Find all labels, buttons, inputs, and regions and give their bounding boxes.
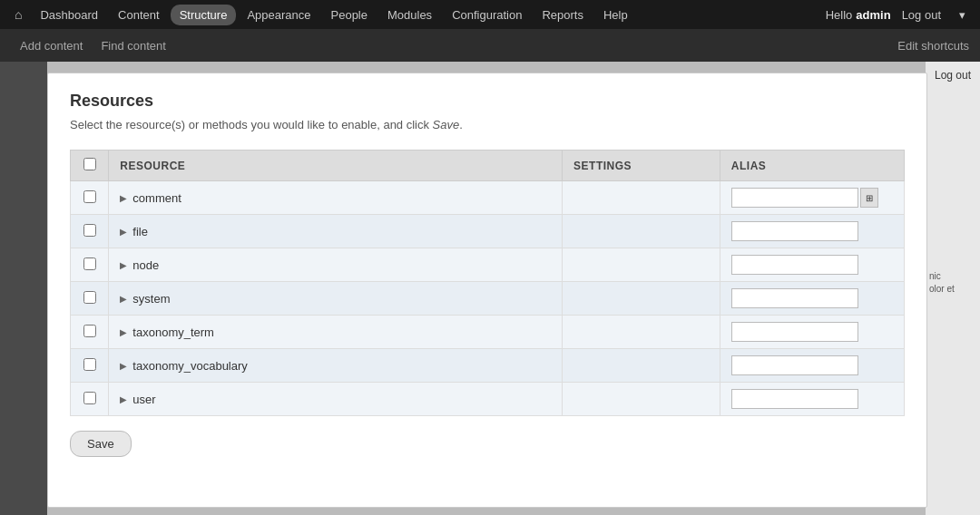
resources-panel: Resources Select the resource(s) or meth… bbox=[47, 73, 927, 508]
resource-table: RESOURCE SETTINGS ALIAS ▶ comment bbox=[70, 150, 905, 416]
nav-item-people[interactable]: People bbox=[322, 5, 377, 25]
background-sidebar bbox=[0, 62, 47, 515]
col-header-settings: SETTINGS bbox=[563, 151, 720, 181]
table-header-row: RESOURCE SETTINGS ALIAS bbox=[71, 151, 905, 181]
expand-arrow-icon[interactable]: ▶ bbox=[120, 193, 127, 203]
resource-label-node: node bbox=[132, 258, 159, 272]
alias-input-file[interactable] bbox=[731, 221, 858, 241]
expand-arrow-icon[interactable]: ▶ bbox=[120, 294, 127, 304]
bg-text-hint: nicolor et bbox=[926, 89, 980, 299]
background-right-panel: Log out nicolor et bbox=[926, 62, 980, 515]
table-row: ▶ user bbox=[71, 383, 905, 416]
row-settings-file bbox=[563, 215, 720, 248]
row-checkbox-cell bbox=[71, 349, 109, 383]
hello-label: Hello bbox=[826, 8, 853, 22]
nav-item-structure[interactable]: Structure bbox=[171, 5, 237, 25]
table-row: ▶ node bbox=[71, 248, 905, 282]
row-resource-node: ▶ node bbox=[109, 248, 563, 282]
row-checkbox-cell bbox=[71, 248, 109, 282]
secondary-navigation: Add content Find content Edit shortcuts bbox=[0, 29, 980, 62]
resource-label-file: file bbox=[132, 225, 148, 238]
row-checkbox-cell bbox=[71, 215, 109, 248]
col-header-alias: ALIAS bbox=[720, 151, 904, 181]
nav-item-reports[interactable]: Reports bbox=[533, 5, 593, 25]
row-checkbox-taxonomy-term[interactable] bbox=[83, 325, 96, 337]
save-button[interactable]: Save bbox=[70, 431, 132, 457]
row-checkbox-cell bbox=[71, 383, 109, 416]
select-all-checkbox[interactable] bbox=[83, 158, 96, 170]
alias-input-system[interactable] bbox=[731, 288, 858, 308]
alias-input-node[interactable] bbox=[731, 255, 858, 275]
row-resource-user: ▶ user bbox=[109, 383, 563, 416]
resource-label-user: user bbox=[132, 393, 155, 406]
edit-shortcuts-link[interactable]: Edit shortcuts bbox=[897, 39, 969, 53]
row-settings-node bbox=[563, 248, 720, 282]
alias-icon-button-comment[interactable]: ⊞ bbox=[860, 188, 878, 208]
top-navigation: ⌂ Dashboard Content Structure Appearance… bbox=[0, 0, 980, 29]
nav-right-section: Hello admin Log out ▾ bbox=[826, 5, 973, 25]
admin-username: admin bbox=[856, 8, 890, 22]
nav-item-help[interactable]: Help bbox=[594, 5, 637, 25]
row-checkbox-comment[interactable] bbox=[83, 190, 96, 203]
row-alias-node bbox=[720, 248, 904, 282]
col-header-resource: RESOURCE bbox=[109, 151, 563, 181]
alias-input-taxonomy-vocabulary[interactable] bbox=[731, 355, 858, 375]
alias-input-taxonomy-term[interactable] bbox=[731, 322, 858, 342]
resource-label-system: system bbox=[132, 292, 170, 306]
nav-item-configuration[interactable]: Configuration bbox=[443, 5, 531, 25]
row-settings-system bbox=[563, 282, 720, 316]
expand-arrow-icon[interactable]: ▶ bbox=[120, 361, 127, 371]
row-alias-user bbox=[720, 383, 904, 416]
row-settings-taxonomy-vocabulary bbox=[563, 349, 720, 383]
row-checkbox-system[interactable] bbox=[83, 291, 96, 304]
nav-item-appearance[interactable]: Appearance bbox=[238, 5, 319, 25]
row-checkbox-node[interactable] bbox=[83, 258, 96, 270]
resource-label-taxonomy-term: taxonomy_term bbox=[132, 326, 214, 339]
row-resource-file: ▶ file bbox=[109, 215, 563, 248]
side-logout-text: Log out bbox=[926, 62, 980, 89]
row-checkbox-user[interactable] bbox=[83, 392, 96, 404]
table-row: ▶ file bbox=[71, 215, 905, 248]
row-alias-taxonomy-term bbox=[720, 316, 904, 349]
row-checkbox-cell bbox=[71, 282, 109, 316]
row-checkbox-cell bbox=[71, 181, 109, 215]
main-area: Log out nicolor et Ho Resources Select t… bbox=[0, 62, 980, 515]
col-header-checkbox bbox=[71, 151, 109, 181]
row-checkbox-cell bbox=[71, 316, 109, 349]
nav-item-content[interactable]: Content bbox=[109, 5, 169, 25]
row-resource-system: ▶ system bbox=[109, 282, 563, 316]
alias-input-comment[interactable] bbox=[731, 188, 858, 208]
table-row: ▶ taxonomy_vocabulary bbox=[71, 349, 905, 383]
expand-arrow-icon[interactable]: ▶ bbox=[120, 227, 127, 237]
panel-title: Resources bbox=[70, 92, 905, 111]
resource-label-taxonomy-vocabulary: taxonomy_vocabulary bbox=[132, 359, 247, 373]
find-content-link[interactable]: Find content bbox=[92, 35, 175, 56]
nav-item-dashboard[interactable]: Dashboard bbox=[31, 5, 107, 25]
row-resource-taxonomy-term: ▶ taxonomy_term bbox=[109, 316, 563, 349]
row-settings-user bbox=[563, 383, 720, 416]
expand-arrow-icon[interactable]: ▶ bbox=[120, 394, 127, 404]
row-alias-comment: ⊞ bbox=[720, 181, 904, 215]
row-alias-file bbox=[720, 215, 904, 248]
add-content-link[interactable]: Add content bbox=[11, 35, 92, 56]
row-settings-comment bbox=[563, 181, 720, 215]
row-alias-taxonomy-vocabulary bbox=[720, 349, 904, 383]
row-checkbox-taxonomy-vocabulary[interactable] bbox=[83, 358, 96, 371]
expand-arrow-icon[interactable]: ▶ bbox=[120, 327, 127, 337]
table-row: ▶ comment ⊞ bbox=[71, 181, 905, 215]
dropdown-arrow-icon[interactable]: ▾ bbox=[952, 5, 973, 25]
resource-label-comment: comment bbox=[132, 191, 181, 205]
row-resource-comment: ▶ comment bbox=[109, 181, 563, 215]
panel-subtitle: Select the resource(s) or methods you wo… bbox=[70, 118, 905, 131]
table-row: ▶ taxonomy_term bbox=[71, 316, 905, 349]
nav-item-modules[interactable]: Modules bbox=[378, 5, 441, 25]
row-settings-taxonomy-term bbox=[563, 316, 720, 349]
row-checkbox-file[interactable] bbox=[83, 224, 96, 237]
alias-input-user[interactable] bbox=[731, 389, 858, 409]
row-alias-system bbox=[720, 282, 904, 316]
row-resource-taxonomy-vocabulary: ▶ taxonomy_vocabulary bbox=[109, 349, 563, 383]
top-logout-button[interactable]: Log out bbox=[895, 5, 948, 25]
home-icon[interactable]: ⌂ bbox=[7, 4, 29, 25]
table-row: ▶ system bbox=[71, 282, 905, 316]
expand-arrow-icon[interactable]: ▶ bbox=[120, 260, 127, 270]
